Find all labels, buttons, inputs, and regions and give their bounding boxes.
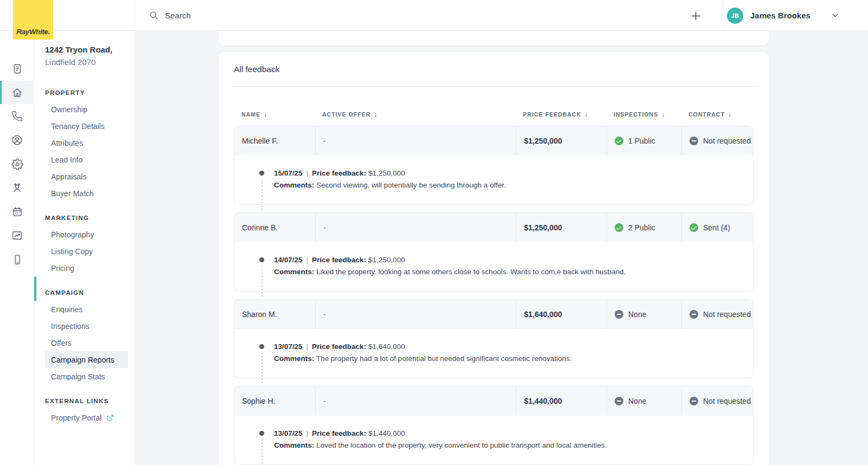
sidebar-item-pricing[interactable]: Pricing (45, 260, 128, 276)
section-heading-external-links: EXTERNAL LINKS (45, 398, 128, 404)
feedback-headline: 13/07/25|Price feedback:$1,440,000 (274, 428, 740, 440)
avatar: JB (727, 8, 743, 24)
rail-item-reports[interactable] (0, 224, 34, 247)
gear-icon (11, 158, 23, 170)
rail-item-mobile[interactable] (0, 248, 34, 271)
sort-down-icon: ↓ (584, 111, 588, 118)
sidebar-item-lead-info[interactable]: Lead Info (45, 151, 128, 168)
feedback-entry: 13/07/25|Price feedback:$1,640,000 Comme… (234, 329, 753, 378)
inspections-label: 2 Public (628, 223, 655, 232)
card-divider (232, 86, 756, 87)
sidebar-item-inspections[interactable]: Inspections (45, 318, 128, 334)
inspections-label: 1 Public (628, 137, 655, 145)
timeline-dot (259, 171, 264, 176)
home-icon (11, 86, 23, 99)
cell-contract: Not requested (681, 126, 753, 156)
sidebar-item-enquiries[interactable]: Enquiries (45, 301, 128, 318)
table-row[interactable]: Corinne B. - $1,250,000 2 Public Sent (4… (234, 213, 753, 242)
cell-name: Corinne B. (234, 213, 315, 242)
cell-inspections: None (607, 386, 681, 416)
feedback-comments: Comments: Loved the location of the prop… (274, 440, 740, 451)
table-row[interactable]: Michelle F. - $1,250,000 1 Public Not re… (234, 126, 753, 156)
sidebar-item-photography[interactable]: Photography (45, 226, 128, 243)
external-link-icon (106, 414, 114, 422)
sidebar-item-appraisals[interactable]: Appraisals (45, 168, 128, 185)
feedback-price: $1,640,000 (368, 343, 405, 351)
feedback-date: 14/07/25 (274, 256, 303, 264)
sidebar-item-campaign-stats[interactable]: Campaign Stats (45, 368, 128, 385)
rail-item-documents[interactable] (0, 57, 34, 80)
section-heading-marketing: MARKETING (45, 215, 128, 221)
timeline-dotted-line (261, 179, 263, 212)
column-header-price-feedback[interactable]: PRICE FEEDBACK↓ (515, 111, 606, 118)
sidebar-item-tenancy-details[interactable]: Tenancy Details (45, 118, 128, 134)
sidebar-item-campaign-reports[interactable]: Campaign Reports (45, 351, 128, 368)
rail-item-home[interactable] (0, 81, 34, 104)
column-header-name[interactable]: NAME↓ (234, 111, 315, 118)
feedback-entry: 15/07/25|Price feedback:$1,250,000 Comme… (234, 156, 753, 204)
sidebar-item-property-portal[interactable]: Property Portal (45, 409, 128, 426)
cell-name: Michelle F. (234, 126, 315, 156)
contract-label: Sent (4) (703, 223, 730, 232)
phone-icon (11, 111, 23, 122)
sidebar-item-ownership[interactable]: Ownership (45, 101, 128, 118)
minus-circle-icon (615, 310, 623, 319)
column-header-active-offer[interactable]: ACTIVE OFFER↓ (315, 111, 515, 118)
sort-down-icon: ↓ (661, 111, 665, 118)
top-bar: JB James Brookes (0, 0, 868, 31)
raywhite-logo[interactable]: RayWhite. (13, 0, 53, 40)
sidebar-item-offers[interactable]: Offers (45, 334, 128, 351)
previous-card-bottom (219, 31, 769, 46)
sort-down-icon: ↓ (728, 111, 732, 118)
feedback-row-group: Corinne B. - $1,250,000 2 Public Sent (4… (234, 212, 754, 292)
feedback-price: $1,440,000 (368, 429, 405, 437)
sidebar-item-listing-copy[interactable]: Listing Copy (45, 243, 128, 260)
table-row[interactable]: Sharon M. - $1,640,000 None Not requeste… (234, 300, 753, 329)
feedback-row-group: Michelle F. - $1,250,000 1 Public Not re… (234, 126, 754, 205)
column-header-contract[interactable]: CONTRACT↓ (681, 111, 754, 118)
timeline-dot (259, 257, 264, 262)
cell-active-offer: - (315, 126, 516, 156)
contract-label: Not requested (703, 137, 751, 145)
sidebar-scrollbar-thumb[interactable] (34, 276, 36, 301)
minus-circle-icon (690, 397, 698, 405)
agent-icon (11, 182, 23, 194)
cell-inspections: 2 Public (607, 213, 681, 242)
card-title: All feedback (234, 64, 754, 74)
rail-item-contacts[interactable] (0, 128, 34, 152)
all-feedback-card: All feedback NAME↓ ACTIVE OFFER↓ PRICE F… (219, 52, 769, 465)
sidebar-item-attributes[interactable]: Attributes (45, 134, 128, 151)
rail-item-agents[interactable] (0, 176, 34, 199)
sidebar: 1242 Tryon Road, Lindfield 2070 PROPERTY… (34, 31, 135, 465)
icon-rail (0, 31, 34, 465)
cell-name: Sophie H. (234, 386, 315, 416)
feedback-date: 13/07/25 (274, 429, 303, 437)
cell-price-feedback: $1,640,000 (516, 300, 607, 329)
column-header-inspections[interactable]: INSPECTIONS↓ (606, 111, 681, 118)
sort-down-icon: ↓ (374, 111, 378, 118)
feedback-entry: 14/07/25|Price feedback:$1,250,000 Comme… (234, 242, 753, 291)
table-row[interactable]: Sophie H. - $1,440,000 None Not requeste… (234, 386, 753, 416)
timeline-dotted-line (261, 440, 263, 465)
minus-circle-icon (690, 137, 698, 145)
add-button[interactable] (687, 7, 704, 24)
property-address-line2: Lindfield 2070 (45, 57, 128, 68)
rail-item-calendar[interactable] (0, 200, 34, 223)
user-menu[interactable]: JB James Brookes (727, 0, 839, 31)
cell-active-offer: - (315, 213, 516, 242)
rail-item-calls[interactable] (0, 105, 34, 128)
cell-contract: Not requested (681, 386, 753, 416)
sidebar-item-buyer-match[interactable]: Buyer Match (45, 185, 128, 202)
cell-price-feedback: $1,250,000 (516, 126, 607, 156)
search-input[interactable] (165, 11, 393, 20)
feedback-headline: 14/07/25|Price feedback:$1,250,000 (274, 254, 740, 266)
feedback-price: $1,250,000 (368, 256, 405, 264)
cell-active-offer: - (315, 300, 516, 329)
chevron-down-icon (831, 11, 839, 20)
check-circle-icon (615, 223, 623, 232)
timeline-dot (259, 344, 264, 349)
inspections-label: None (628, 397, 646, 405)
check-circle-icon (615, 137, 623, 145)
inspections-label: None (628, 310, 646, 319)
rail-item-settings[interactable] (0, 152, 34, 176)
